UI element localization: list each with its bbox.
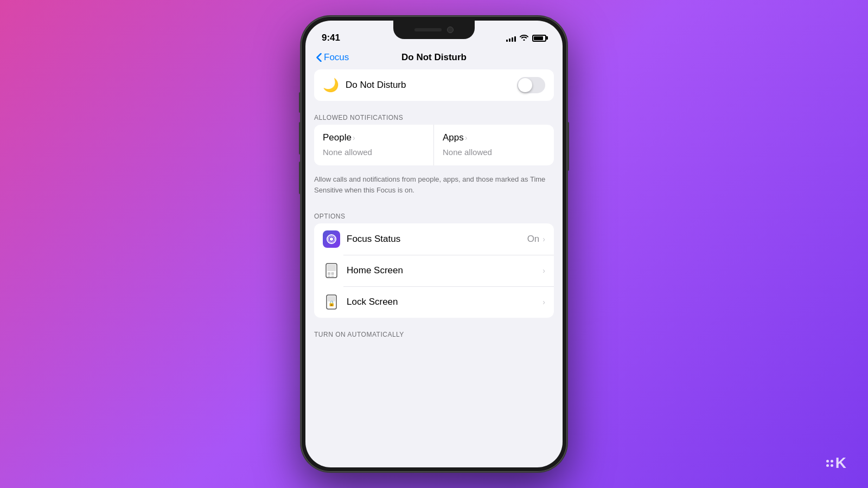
focus-status-chevron-icon: › [542,235,545,243]
volume-down-button [299,162,301,194]
dnd-left: 🌙 Do Not Disturb [323,78,406,93]
back-button[interactable]: Focus [316,52,349,63]
screen-content[interactable]: Focus Do Not Disturb 🌙 Do Not Disturb [305,48,563,467]
svg-rect-5 [328,272,330,275]
kore-dots [826,460,833,467]
power-button [567,122,569,171]
options-header: OPTIONS [314,204,554,223]
nav-bar: Focus Do Not Disturb [305,48,563,69]
notif-description: Allow calls and notifications from peopl… [314,170,554,204]
camera [447,27,454,33]
people-title: People › [323,132,425,143]
apps-subtitle: None allowed [443,147,545,157]
focus-status-row[interactable]: Focus Status On › [314,223,554,255]
notifications-grid: People › None allowed Apps › None allowe… [314,125,554,165]
svg-rect-4 [327,265,336,271]
lock-screen-chevron-icon: › [542,298,545,306]
svg-point-1 [330,237,333,241]
home-screen-row[interactable]: Home Screen › [314,255,554,286]
focus-status-label: Focus Status [347,234,527,245]
wifi-icon [520,34,528,42]
svg-rect-7 [328,276,330,277]
apps-title: Apps › [443,132,545,143]
home-screen-label: Home Screen [347,265,542,276]
apps-chevron-icon: › [465,133,468,142]
status-time: 9:41 [322,33,340,43]
home-screen-chevron-icon: › [542,266,545,275]
focus-status-value: On [527,234,540,245]
dnd-label: Do Not Disturb [346,80,406,91]
lock-screen-label: Lock Screen [347,297,542,307]
status-icons [506,34,546,42]
volume-up-button [299,122,301,155]
kore-logo: K [826,454,846,472]
battery-fill [534,36,543,40]
home-screen-icon [323,262,340,279]
battery-icon [532,35,546,42]
moon-icon: 🌙 [323,78,339,93]
lock-screen-icon: 🔒 [323,293,340,311]
back-label: Focus [324,52,349,63]
mute-button [299,92,301,113]
kore-dot-1 [826,460,829,463]
people-chevron-icon: › [353,133,355,142]
focus-status-icon [323,230,340,248]
toggle-knob [518,78,532,92]
signal-bar-1 [506,40,508,42]
nav-title: Do Not Disturb [401,52,467,63]
svg-rect-6 [331,272,334,275]
people-subtitle: None allowed [323,147,425,157]
signal-bars [506,34,516,42]
turn-on-automatically-header: TURN ON AUTOMATICALLY [314,322,554,342]
apps-cell[interactable]: Apps › None allowed [434,125,554,165]
phone-frame: 9:41 [301,16,567,472]
options-card: Focus Status On › [314,223,554,318]
content-area: 🌙 Do Not Disturb ALLOWED NOTIFICATIONS P… [305,69,563,352]
kore-dot-3 [826,464,829,467]
svg-text:🔒: 🔒 [328,300,335,307]
kore-dot-2 [831,460,833,463]
notch [393,21,475,39]
lock-screen-row[interactable]: 🔒 Lock Screen › [314,286,554,318]
signal-bar-3 [512,37,513,42]
signal-bar-4 [514,36,516,42]
dnd-toggle[interactable] [517,77,545,93]
kore-letter: K [835,454,846,472]
phone-screen: 9:41 [305,21,563,467]
signal-bar-2 [509,38,510,42]
do-not-disturb-row[interactable]: 🌙 Do Not Disturb [314,69,554,101]
speaker [414,28,442,31]
allowed-notifications-header: ALLOWED NOTIFICATIONS [314,105,554,125]
kore-dot-4 [831,464,833,467]
people-cell[interactable]: People › None allowed [314,125,434,165]
do-not-disturb-card: 🌙 Do Not Disturb [314,69,554,101]
svg-rect-8 [331,276,334,277]
